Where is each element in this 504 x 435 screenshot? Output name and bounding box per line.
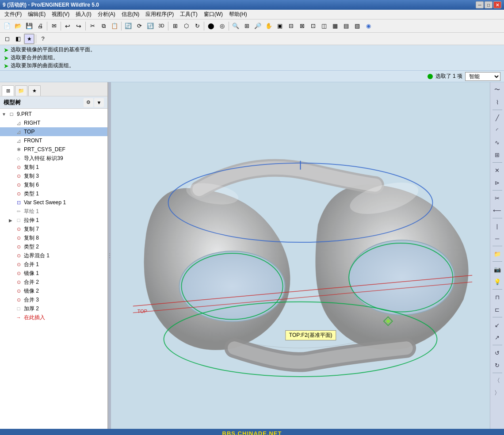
rt-rotate2[interactable]: ↻ [492, 359, 503, 371]
tree-item-mirror1[interactable]: ⊙ 镜像 1 [0, 269, 107, 278]
tree-item-thicken[interactable]: □ 加厚 2 [0, 304, 107, 313]
tree-item-type1[interactable]: ⊙ 类型 1 [0, 189, 107, 198]
rt-line[interactable]: ╱ [492, 112, 503, 123]
tb-view1[interactable]: ▣ [275, 21, 285, 31]
tree-item-blend[interactable]: ⊙ 边界混合 1 [0, 251, 107, 260]
tb-email[interactable]: ✉ [49, 21, 59, 31]
rt-wave2[interactable]: 〉 [492, 387, 503, 399]
menu-insert[interactable]: 插入(I) [73, 10, 94, 19]
tb2-2[interactable]: ◧ [13, 34, 23, 44]
rt-freeform[interactable]: ∿ [492, 137, 503, 148]
tree-item-sketch[interactable]: ✏ 草绘 1 [0, 207, 107, 216]
tb-new[interactable]: 📄 [2, 21, 12, 31]
tree-item-copy1[interactable]: ⊙ 复制 1 [0, 163, 107, 172]
tree-item-type2[interactable]: ⊙ 类型 2 [0, 242, 107, 251]
tb-copy[interactable]: ⧉ [98, 21, 109, 31]
tb-redo[interactable]: ↪ [73, 21, 84, 31]
rt-rotate1[interactable]: ↺ [492, 347, 503, 359]
panel-tab-tree[interactable]: ⊞ [2, 85, 14, 96]
tree-item-copy7[interactable]: ⊙ 复制 7 [0, 225, 107, 233]
rt-vertical[interactable]: | [492, 220, 503, 232]
rt-tool2[interactable]: ⊏ [492, 304, 503, 315]
tb-regen[interactable]: 🔄 [123, 21, 134, 31]
tree-item-copy6[interactable]: ⊙ 复制 6 [0, 180, 107, 189]
rt-lamp[interactable]: 💡 [492, 276, 503, 287]
tb-active[interactable]: ◉ [363, 21, 374, 31]
rt-point[interactable]: ✕ [492, 164, 503, 176]
rt-camera[interactable]: 📷 [492, 263, 503, 275]
tree-item-extrude[interactable]: ▶ □ 拉伸 1 [0, 216, 107, 225]
tb-zoom-out[interactable]: 🔎 [252, 21, 263, 31]
menu-window[interactable]: 窗口(W) [201, 10, 225, 19]
menu-help[interactable]: 帮助(H) [226, 10, 250, 19]
menu-app[interactable]: 应用程序(P) [143, 10, 176, 19]
selection-mode-dropdown[interactable]: 智能 几何 面 边 顶点 [465, 72, 500, 81]
tb-zoom-in[interactable]: 🔍 [230, 21, 241, 31]
panel-tab-2[interactable]: 📁 [15, 85, 27, 96]
tb-save[interactable]: 💾 [24, 21, 34, 31]
tree-item-right[interactable]: ⊿ RIGHT [0, 118, 107, 127]
tb2-4[interactable]: ? [38, 34, 48, 44]
tree-menu-btn[interactable]: ▼ [94, 98, 104, 107]
rt-horizontal[interactable]: ─ [492, 233, 503, 244]
panel-tab-3[interactable]: ★ [28, 85, 41, 96]
rt-extend[interactable]: ⟵ [492, 205, 503, 216]
rt-more[interactable]: ⊳ [492, 177, 503, 188]
rt-tool1[interactable]: ⊓ [492, 291, 503, 303]
tb-pan[interactable]: ✋ [263, 21, 274, 31]
menu-file[interactable]: 文件(F) [2, 10, 24, 19]
tb-spin[interactable]: ↻ [192, 21, 202, 31]
tree-item-top[interactable]: ⊿ TOP [0, 127, 107, 136]
rt-arrow2[interactable]: ↗ [492, 332, 503, 343]
tb-zoom-fit[interactable]: ⊞ [241, 21, 252, 31]
viewport[interactable]: TOP TOP:F2(基准平面) [111, 82, 490, 429]
menu-edit[interactable]: 编辑(E) [25, 10, 48, 19]
tb-open[interactable]: 📂 [13, 21, 23, 31]
rt-folder[interactable]: 📁 [492, 248, 503, 259]
tree-item-front[interactable]: ⊿ FRONT [0, 136, 107, 145]
tb-view7[interactable]: ▤ [341, 21, 351, 31]
tree-item-merge2[interactable]: ⊙ 合并 2 [0, 278, 107, 286]
tb-shading[interactable]: ⬤ [206, 21, 216, 31]
rt-curve1[interactable]: 〜 [492, 84, 503, 95]
tb-orient[interactable]: ⊞ [170, 21, 180, 31]
tb-cut[interactable]: ✂ [87, 21, 98, 31]
tb-view8[interactable]: ▧ [352, 21, 363, 31]
tree-item-insert[interactable]: → 在此插入 [0, 313, 107, 322]
tree-item-copy3[interactable]: ⊙ 复制 3 [0, 172, 107, 180]
tb-model[interactable]: ⬡ [181, 21, 191, 31]
tb-view2[interactable]: ⊟ [286, 21, 296, 31]
tb2-1[interactable]: ◻ [2, 34, 12, 44]
rt-trim[interactable]: ✂ [492, 192, 503, 204]
tb-undo[interactable]: ↩ [62, 21, 73, 31]
menu-tools[interactable]: 工具(T) [177, 10, 200, 19]
tree-item-merge1[interactable]: ⊙ 合并 1 [0, 260, 107, 269]
minimize-button[interactable]: ─ [476, 1, 484, 8]
tree-item-varsect[interactable]: ⊡ Var Sect Sweep 1 [0, 198, 107, 207]
tree-item-import[interactable]: ◇ 导入特征 标识39 [0, 154, 107, 163]
tree-item-merge3[interactable]: ⊙ 合并 3 [0, 295, 107, 304]
rt-curve2[interactable]: ⌇ [492, 96, 503, 108]
tree-item-root[interactable]: ▼ □ 9.PRT [0, 110, 107, 118]
tb-view6[interactable]: ▦ [330, 21, 340, 31]
tb-3d[interactable]: 3D [156, 21, 167, 31]
tb-print[interactable]: 🖨 [35, 21, 46, 31]
menu-analysis[interactable]: 分析(A) [95, 10, 118, 19]
tree-settings-btn[interactable]: ⚙ [84, 98, 93, 107]
tb-view4[interactable]: ⊡ [308, 21, 318, 31]
maximize-button[interactable]: □ [485, 1, 493, 8]
tb-regen2[interactable]: ⟳ [134, 21, 145, 31]
tree-item-mirror2[interactable]: ⊙ 镜像 2 [0, 286, 107, 295]
tb2-3[interactable]: ★ [24, 34, 34, 44]
tb-paste[interactable]: 📋 [109, 21, 120, 31]
rt-arc[interactable]: ◜ [492, 124, 503, 136]
rt-grid[interactable]: ⊞ [492, 149, 503, 160]
tb-wire[interactable]: ◎ [217, 21, 227, 31]
menu-info[interactable]: 信息(N) [119, 10, 142, 19]
tb-view3[interactable]: ⊠ [297, 21, 307, 31]
rt-arrow1[interactable]: ↙ [492, 319, 503, 331]
tb-rotate[interactable]: 🔃 [145, 21, 156, 31]
menu-view[interactable]: 视图(V) [49, 10, 72, 19]
tree-item-copy8[interactable]: ⊙ 复制 8 [0, 233, 107, 242]
close-button[interactable]: ✕ [493, 1, 501, 8]
